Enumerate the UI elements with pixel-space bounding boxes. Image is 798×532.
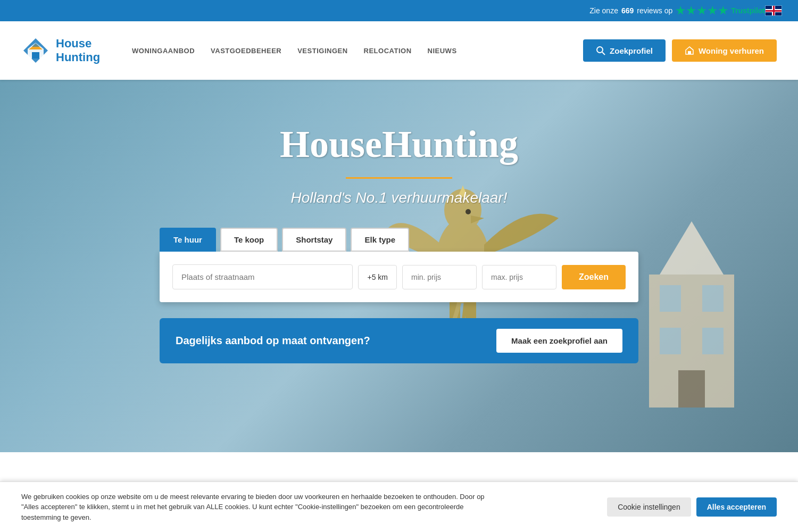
- star-2: [686, 6, 696, 15]
- site-header: House Hunting WONINGAANBOD VASTGOEDBEHEE…: [0, 21, 798, 80]
- create-search-profile-button[interactable]: Maak een zoekprofiel aan: [496, 329, 622, 353]
- logo-text: House Hunting: [56, 37, 100, 65]
- logo-link[interactable]: House Hunting: [21, 36, 100, 65]
- svg-rect-27: [702, 328, 724, 354]
- star-5: [718, 6, 728, 15]
- nav-nieuws[interactable]: NIEUWS: [428, 47, 457, 55]
- hero-section: HouseHunting Holland's No.1 verhuurmakel…: [0, 80, 798, 452]
- tab-shortstay[interactable]: Shortstay: [282, 228, 346, 252]
- trustpilot-stars: [676, 6, 728, 15]
- svg-rect-25: [702, 285, 724, 312]
- svg-rect-24: [660, 285, 681, 312]
- trustpilot-label: Trustpilot: [731, 6, 765, 15]
- woning-verhuren-button[interactable]: Woning verhuren: [672, 39, 777, 62]
- hero-content: HouseHunting Holland's No.1 verhuurmakel…: [280, 80, 518, 206]
- review-count: 669: [621, 6, 634, 15]
- search-section: Te huur Te koop Shortstay Elk type +5 km…: [160, 228, 638, 302]
- nav-vastgoedbeheer[interactable]: VASTGOEDBEHEER: [211, 47, 281, 55]
- home-icon: [685, 46, 694, 55]
- accept-all-cookies-button[interactable]: Alles accepteren: [696, 497, 777, 517]
- star-3: [697, 6, 706, 15]
- main-nav: WONINGAANBOD VASTGOEDBEHEER VESTIGINGEN …: [132, 47, 583, 55]
- search-tabs: Te huur Te koop Shortstay Elk type: [160, 228, 638, 252]
- svg-rect-8: [688, 51, 691, 54]
- hero-divider: [346, 177, 452, 179]
- svg-point-12: [466, 209, 471, 214]
- hero-subtitle: Holland's No.1 verhuurmakelaar!: [280, 189, 518, 206]
- svg-line-6: [602, 52, 605, 55]
- nav-vestigingen[interactable]: VESTIGINGEN: [297, 47, 347, 55]
- cookie-text: We gebruiken cookies op onze website om …: [21, 492, 500, 523]
- svg-marker-23: [660, 221, 724, 275]
- cookie-buttons: Cookie instellingen Alles accepteren: [607, 497, 777, 517]
- top-bar: Zie onze 669 reviews op Trustpilot: [0, 0, 798, 21]
- cta-text: Dagelijks aanbod op maat ontvangen?: [176, 335, 370, 347]
- review-suffix: reviews op: [637, 6, 672, 15]
- search-button[interactable]: Zoeken: [562, 265, 626, 289]
- hero-building-decoration: [617, 195, 766, 410]
- distance-button[interactable]: +5 km: [358, 265, 397, 289]
- min-price-input[interactable]: [402, 265, 477, 289]
- cta-bar: Dagelijks aanbod op maat ontvangen? Maak…: [160, 318, 638, 363]
- trustpilot-bar: Zie onze 669 reviews op Trustpilot: [589, 6, 765, 15]
- search-icon: [596, 46, 605, 55]
- max-price-input[interactable]: [482, 265, 556, 289]
- language-flag-icon[interactable]: [765, 5, 782, 16]
- nav-relocation[interactable]: RELOCATION: [364, 47, 412, 55]
- review-prefix: Zie onze: [589, 6, 618, 15]
- header-buttons: Zoekprofiel Woning verhuren: [583, 39, 777, 62]
- svg-rect-3: [32, 52, 39, 59]
- svg-point-5: [597, 47, 603, 53]
- svg-rect-26: [660, 328, 681, 354]
- cookie-bar: We gebruiken cookies op onze website om …: [0, 481, 798, 533]
- nav-woningaanbod[interactable]: WONINGAANBOD: [132, 47, 195, 55]
- zoekprofiel-button[interactable]: Zoekprofiel: [583, 39, 666, 62]
- star-4: [708, 6, 717, 15]
- svg-rect-28: [678, 370, 705, 408]
- location-input[interactable]: [172, 264, 353, 289]
- tab-elk-type[interactable]: Elk type: [351, 228, 409, 252]
- hero-title: HouseHunting: [280, 122, 518, 167]
- star-1: [676, 6, 685, 15]
- logo-icon: [21, 36, 51, 65]
- search-form: +5 km Zoeken: [160, 252, 638, 302]
- tab-te-koop[interactable]: Te koop: [220, 228, 278, 252]
- tab-te-huur[interactable]: Te huur: [160, 228, 216, 252]
- cookie-settings-button[interactable]: Cookie instellingen: [607, 497, 691, 517]
